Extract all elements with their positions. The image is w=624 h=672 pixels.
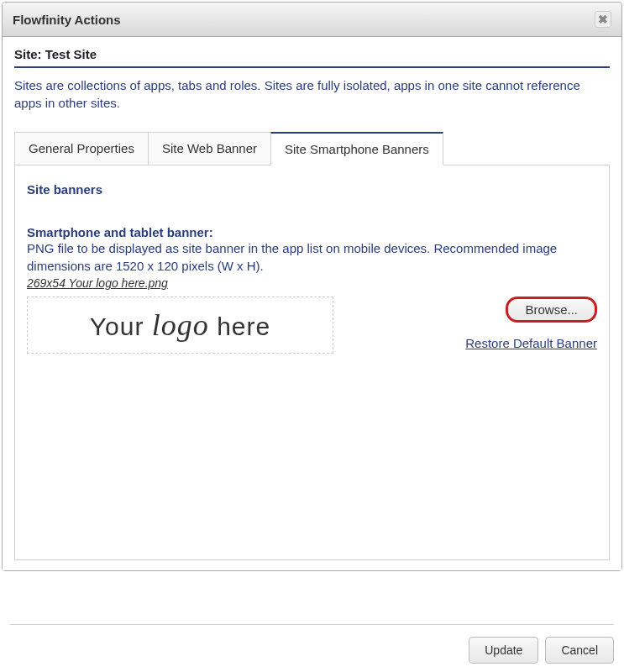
dialog-content: Site: Test Site Sites are collections of…: [3, 37, 621, 570]
restore-default-link[interactable]: Restore Default Banner: [465, 336, 597, 350]
logo-placeholder-text: Your logo here: [90, 307, 270, 343]
site-label: Site: Test Site: [14, 47, 610, 68]
site-description: Sites are collections of apps, tabs and …: [14, 76, 610, 112]
field-label: Smartphone and tablet banner:: [27, 225, 213, 239]
logo-text-here: here: [217, 312, 270, 340]
banner-preview: Your logo here: [27, 297, 333, 354]
tab-site-smartphone-banners[interactable]: Site Smartphone Banners: [270, 132, 443, 165]
browse-button-label: Browse...: [525, 302, 578, 317]
footer: Update Cancel: [10, 624, 614, 664]
close-icon: ✖: [598, 13, 608, 26]
tab-site-web-banner[interactable]: Site Web Banner: [148, 132, 271, 165]
dialog-title: Flowfinity Actions: [13, 13, 121, 27]
dialog: Flowfinity Actions ✖ Site: Test Site Sit…: [2, 2, 622, 571]
banner-row: Your logo here Browse... Restore Default…: [27, 297, 597, 354]
browse-button[interactable]: Browse...: [506, 297, 597, 323]
logo-text-your: Your: [90, 312, 144, 340]
logo-text-logo: logo: [152, 308, 209, 342]
tab-strip: General Properties Site Web Banner Site …: [14, 132, 610, 165]
banner-actions: Browse... Restore Default Banner: [465, 297, 597, 350]
field-block: Smartphone and tablet banner: PNG file t…: [27, 225, 597, 290]
field-help: PNG file to be displayed as site banner …: [27, 239, 597, 275]
section-title: Site banners: [27, 182, 597, 197]
tab-panel: Site banners Smartphone and tablet banne…: [14, 165, 610, 560]
titlebar: Flowfinity Actions ✖: [3, 3, 621, 37]
close-button[interactable]: ✖: [595, 11, 611, 28]
tab-general-properties[interactable]: General Properties: [14, 132, 149, 165]
cancel-button[interactable]: Cancel: [545, 637, 614, 664]
uploaded-filename[interactable]: 269x54 Your logo here.png: [27, 276, 168, 290]
update-button[interactable]: Update: [469, 637, 538, 664]
